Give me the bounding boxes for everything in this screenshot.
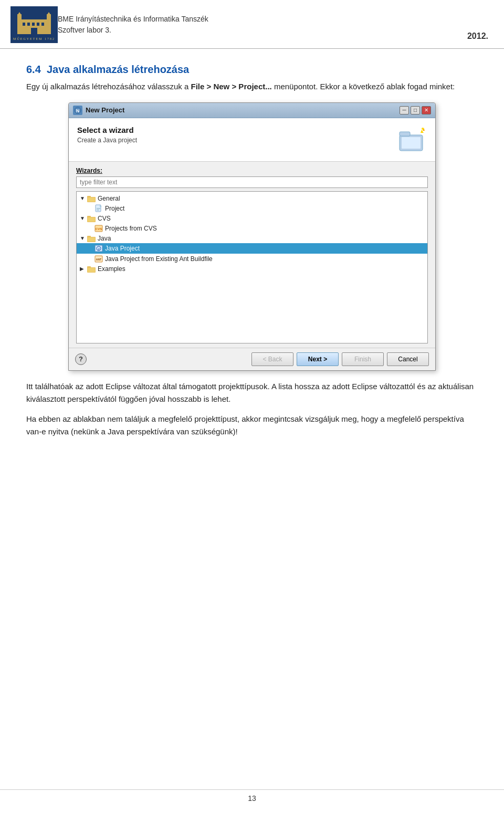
dialog-header-area: Select a wizard Create a Java project <box>69 118 435 162</box>
svg-rect-25 <box>97 208 100 209</box>
svg-rect-34 <box>88 237 95 242</box>
logo-svg <box>13 9 55 36</box>
folder-icon-cvs <box>87 215 96 222</box>
tree-item-java[interactable]: Java <box>77 234 427 243</box>
logo-text: MŰEGYETEM 1782 <box>13 37 55 40</box>
tree-item-cvs[interactable]: CVS <box>77 214 427 223</box>
back-button[interactable]: < Back <box>251 352 293 366</box>
tree-label-java: Java <box>98 235 111 242</box>
svg-rect-2 <box>17 14 22 34</box>
tree-label-examples: Examples <box>98 265 125 273</box>
svg-rect-29 <box>88 217 95 222</box>
finish-button[interactable]: Finish <box>342 352 384 366</box>
svg-text:N: N <box>76 108 80 113</box>
svg-rect-10 <box>41 23 44 26</box>
svg-text:J: J <box>98 247 99 251</box>
tree-item-general[interactable]: General <box>77 194 427 203</box>
intro-paragraph: Egy új alkalmazás létrehozásához válassz… <box>26 81 478 93</box>
tree-item-java-project[interactable]: J Java Project <box>77 243 427 254</box>
year-label: 2012. <box>467 32 488 43</box>
svg-rect-26 <box>97 210 99 211</box>
file-icon-cvs: CVS <box>94 224 103 233</box>
bme-logo: MŰEGYETEM 1782 <box>10 6 58 43</box>
page-number: 13 <box>248 794 256 802</box>
folder-icon-general <box>87 195 96 202</box>
cancel-button[interactable]: Cancel <box>387 352 429 366</box>
page-content: 6.4 Java alkalmazás létrehozása Egy új a… <box>0 49 504 466</box>
close-button[interactable]: ✕ <box>422 106 431 114</box>
dialog-title-text: New Project <box>86 106 400 114</box>
maximize-button[interactable]: □ <box>411 106 420 114</box>
file-icon-project <box>94 204 103 213</box>
course-name: Szoftver labor 3. <box>58 25 467 36</box>
help-button[interactable]: ? <box>75 353 87 365</box>
page-footer: 13 <box>0 789 504 802</box>
file-icon-ant: ANT <box>94 255 103 263</box>
wizard-icon <box>397 126 427 155</box>
dialog-title-icon: N <box>73 106 82 115</box>
tree-label-java-project: Java Project <box>105 245 140 252</box>
dialog-header-text: Select a wizard Create a Java project <box>77 126 391 144</box>
body-paragraph-2: Ha ebben az ablakban nem találjuk a megf… <box>26 413 478 438</box>
minimize-button[interactable]: ─ <box>400 106 409 114</box>
svg-point-19 <box>422 128 424 130</box>
svg-rect-15 <box>400 132 410 136</box>
tree-label-project: Project <box>105 205 124 212</box>
tree-item-projects-cvs[interactable]: CVS Projects from CVS <box>77 223 427 234</box>
svg-rect-16 <box>402 137 421 149</box>
dialog-body: Wizards: General <box>69 162 435 348</box>
next-button[interactable]: Next > <box>297 352 339 366</box>
svg-rect-9 <box>37 23 39 26</box>
tree-label-general: General <box>98 195 120 202</box>
dialog-window-controls: ─ □ ✕ <box>400 106 431 114</box>
eclipse-dialog: N New Project ─ □ ✕ Select a wizard Crea… <box>68 102 436 371</box>
dialog-header-subtitle: Create a Java project <box>77 137 391 144</box>
folder-icon-examples <box>87 265 96 273</box>
wizard-tree[interactable]: General Project <box>76 191 428 343</box>
section-title: 6.4 Java alkalmazás létrehozása <box>26 64 478 76</box>
arrow-java <box>80 235 86 241</box>
dialog-screenshot: N New Project ─ □ ✕ Select a wizard Crea… <box>68 102 436 371</box>
svg-text:ANT: ANT <box>96 258 101 261</box>
dialog-footer: ? < Back Next > Finish Cancel <box>69 348 435 370</box>
menu-path: File > New > Project... <box>191 82 272 91</box>
wizards-label: Wizards: <box>76 167 428 174</box>
svg-rect-7 <box>27 23 30 26</box>
tree-label-cvs: CVS <box>98 215 111 222</box>
dialog-header-title: Select a wizard <box>77 126 391 134</box>
tree-label-projects-cvs: Projects from CVS <box>105 225 157 232</box>
intro-suffix: menüpontot. Ekkor a következő ablak foga… <box>274 82 455 91</box>
body-paragraph-1: Itt találhatóak az adott Eclipse változa… <box>26 380 478 405</box>
file-icon-java-project: J <box>94 244 103 253</box>
section-title-text: Java alkalmazás létrehozása <box>47 64 189 75</box>
intro-text: Egy új alkalmazás létrehozásához válassz… <box>26 82 188 91</box>
institution-name: BME Irányítástechnika és Informatika Tan… <box>58 14 467 25</box>
svg-rect-8 <box>32 23 35 26</box>
dialog-titlebar: N New Project ─ □ ✕ <box>69 103 435 118</box>
tree-item-project[interactable]: Project <box>77 203 427 214</box>
svg-rect-42 <box>88 268 95 272</box>
arrow-examples <box>80 266 86 272</box>
arrow-general <box>80 195 86 201</box>
svg-rect-6 <box>23 23 25 26</box>
arrow-cvs <box>80 215 86 221</box>
svg-rect-11 <box>31 28 37 34</box>
svg-rect-3 <box>47 14 51 34</box>
tree-label-java-ant: Java Project from Existing Ant Buildfile <box>105 255 213 263</box>
section-number: 6.4 <box>26 64 41 75</box>
folder-icon-java <box>87 235 96 242</box>
header-institution: BME Irányítástechnika és Informatika Tan… <box>58 14 467 36</box>
tree-item-examples[interactable]: Examples <box>77 264 427 274</box>
svg-rect-22 <box>88 197 95 202</box>
filter-input[interactable] <box>76 176 428 188</box>
svg-text:CVS: CVS <box>96 227 102 231</box>
tree-item-java-ant[interactable]: ANT Java Project from Existing Ant Build… <box>77 254 427 264</box>
page-header: MŰEGYETEM 1782 BME Irányítástechnika és … <box>0 0 504 49</box>
